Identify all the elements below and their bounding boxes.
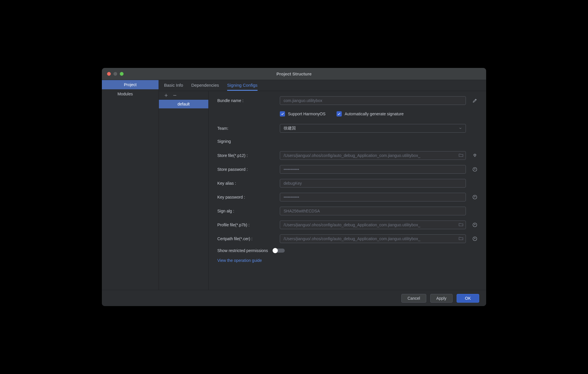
help-icon [472,236,477,241]
ok-button[interactable]: OK [457,294,479,303]
folder-icon[interactable] [458,236,464,242]
key-password-label: Key password : [217,195,275,199]
signing-section-label: Signing [217,139,479,144]
maximize-window-button[interactable] [120,72,124,76]
certpath-help[interactable] [471,236,479,241]
apply-button[interactable]: Apply [430,294,453,303]
tab-basic-info[interactable]: Basic Info [164,80,183,91]
add-config-button[interactable] [163,93,169,98]
certpath-input[interactable] [280,234,466,243]
traffic-lights [107,72,124,76]
body: Project Modules Basic Info Dependencies … [102,80,486,290]
toggle-knob [273,248,278,253]
tabs: Basic Info Dependencies Signing Configs [159,80,486,91]
operation-guide-link[interactable]: View the operation guide [217,258,262,263]
tab-signing-configs[interactable]: Signing Configs [227,80,258,91]
checkbox-row: Support HarmonyOS Automatically generate… [217,111,479,116]
team-select[interactable]: 徐建国 [280,124,466,133]
minus-icon [172,93,177,98]
key-alias-label: Key alias : [217,181,275,186]
sign-alg-row: Sign alg : [217,207,479,215]
help-icon [472,167,477,172]
folder-icon[interactable] [458,222,464,228]
team-row: Team: 徐建国 [217,124,479,133]
check-icon [337,112,341,116]
checkbox-box [280,111,285,116]
main: Basic Info Dependencies Signing Configs [159,80,486,290]
show-restricted-row: Show restricted permissions [217,248,479,253]
sign-alg-label: Sign alg : [217,209,275,213]
titlebar: Project Structure [102,68,486,80]
window-title: Project Structure [102,71,486,76]
show-restricted-toggle[interactable] [273,249,285,253]
store-password-label: Store password : [217,167,275,172]
cancel-button[interactable]: Cancel [401,294,426,303]
config-list-pane: default [159,91,209,290]
store-password-row: Store password : [217,165,479,174]
content-row: default Bundle name : [159,91,486,290]
config-toolbar [159,91,208,100]
profile-file-row: Profile file(*.p7b) : [217,221,479,229]
check-icon [281,112,284,116]
list-item-label: default [177,102,190,106]
key-alias-input[interactable] [280,179,466,188]
bundle-name-label: Bundle name : [217,98,275,103]
bundle-name-input[interactable] [280,96,466,105]
pencil-icon [472,98,477,103]
bundle-name-row: Bundle name : [217,96,479,105]
certpath-row: Certpath file(*.cer) : [217,234,479,243]
remove-config-button[interactable] [172,93,177,98]
fingerprint-button[interactable] [471,153,479,158]
sidebar-item-modules[interactable]: Modules [102,89,159,99]
chevron-down-icon [459,127,462,130]
sidebar-item-label: Modules [117,92,133,96]
key-password-help[interactable] [471,195,479,200]
checkbox-label: Automatically generate signature [345,112,404,116]
store-password-input[interactable] [280,165,466,174]
certpath-label: Certpath file(*.cer) : [217,236,275,241]
sidebar: Project Modules [102,80,159,290]
sign-alg-input[interactable] [280,207,466,215]
close-window-button[interactable] [107,72,111,76]
team-label: Team: [217,126,275,131]
tab-dependencies[interactable]: Dependencies [191,80,219,91]
config-list-item-default[interactable]: default [159,100,208,108]
profile-file-label: Profile file(*.p7b) : [217,223,275,227]
team-value: 徐建国 [284,126,296,131]
key-password-input[interactable] [280,193,466,201]
store-file-label: Store file(*.p12) : [217,153,275,158]
support-harmonyos-checkbox[interactable]: Support HarmonyOS [280,111,326,116]
footer: Cancel Apply OK [102,290,486,306]
store-file-row: Store file(*.p12) : [217,151,479,160]
form-area: Bundle name : Support [209,91,486,290]
profile-file-input[interactable] [280,221,466,229]
autogen-signature-checkbox[interactable]: Automatically generate signature [337,111,404,116]
fingerprint-icon [472,153,477,158]
plus-icon [163,93,169,98]
store-file-input[interactable] [280,151,466,160]
help-icon [472,222,477,227]
sidebar-item-label: Project [124,82,137,87]
help-icon [472,195,477,200]
store-password-help[interactable] [471,167,479,172]
show-restricted-label: Show restricted permissions [217,248,268,253]
minimize-window-button[interactable] [113,72,117,76]
project-structure-window: Project Structure Project Modules Basic … [102,68,486,306]
checkbox-label: Support HarmonyOS [288,112,326,116]
profile-file-help[interactable] [471,222,479,227]
edit-bundle-name-button[interactable] [471,98,479,103]
sidebar-item-project[interactable]: Project [102,80,159,89]
key-password-row: Key password : [217,193,479,201]
key-alias-row: Key alias : [217,179,479,188]
folder-icon[interactable] [458,153,464,159]
checkbox-box [337,111,342,116]
